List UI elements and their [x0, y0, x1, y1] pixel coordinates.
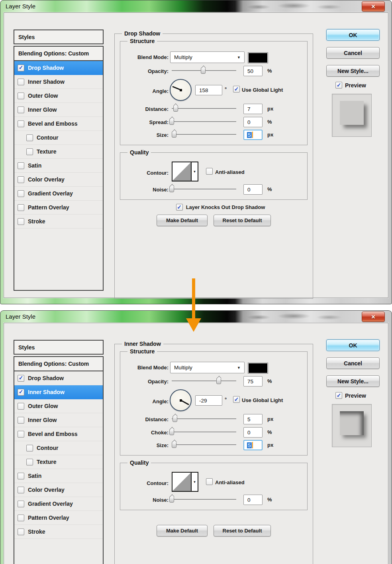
- shadow-color-swatch[interactable]: [248, 52, 268, 63]
- noise-slider[interactable]: [172, 185, 236, 193]
- sidebar-item[interactable]: ✓Contour: [14, 441, 103, 455]
- effect-checkbox[interactable]: ✓: [18, 120, 24, 127]
- effect-checkbox[interactable]: ✓: [18, 403, 24, 410]
- size-slider[interactable]: [172, 130, 236, 138]
- anti-aliased-checkbox[interactable]: ✓: [206, 168, 213, 175]
- blend-mode-dropdown[interactable]: Multiply ▼: [170, 51, 245, 63]
- sidebar-item[interactable]: ✓Contour: [14, 131, 103, 145]
- close-button[interactable]: ✕: [362, 1, 385, 12]
- noise-input[interactable]: 0: [243, 184, 263, 195]
- effect-checkbox[interactable]: ✓: [18, 417, 24, 424]
- make-default-button[interactable]: Make Default: [157, 215, 208, 226]
- sidebar-item[interactable]: ✓Satin: [14, 159, 103, 173]
- spread-slider[interactable]: [172, 118, 236, 125]
- noise-input[interactable]: 0: [243, 495, 263, 505]
- angle-input[interactable]: -29: [195, 395, 222, 406]
- sidebar-item[interactable]: ✓Bevel and Emboss: [14, 427, 103, 441]
- effect-checkbox[interactable]: ✓: [18, 79, 24, 85]
- sidebar-item[interactable]: ✓Pattern Overlay: [14, 511, 103, 525]
- angle-dial[interactable]: [170, 79, 192, 101]
- effect-checkbox[interactable]: ✓: [18, 501, 24, 507]
- opacity-slider-thumb[interactable]: [216, 378, 221, 384]
- blend-mode-dropdown[interactable]: Multiply ▼: [170, 362, 245, 373]
- distance-slider-thumb[interactable]: [172, 416, 177, 422]
- sidebar-item[interactable]: ✓Inner Shadow: [14, 75, 103, 89]
- cancel-button[interactable]: Cancel: [326, 47, 380, 59]
- new-style-button[interactable]: New Style...: [326, 375, 380, 387]
- sidebar-item-blending-options[interactable]: Blending Options: Custom: [14, 47, 103, 61]
- distance-slider[interactable]: [172, 415, 236, 422]
- effect-checkbox[interactable]: ✓: [18, 190, 24, 197]
- size-input[interactable]: 5: [243, 130, 263, 140]
- effect-checkbox[interactable]: ✓: [18, 487, 24, 493]
- opacity-slider[interactable]: [172, 67, 236, 74]
- spread-input[interactable]: 0: [243, 117, 263, 127]
- sidebar-item-styles[interactable]: Styles: [14, 30, 104, 44]
- preview-checkbox[interactable]: ✓: [335, 82, 342, 89]
- sidebar-item[interactable]: ✓Gradient Overlay: [14, 187, 103, 201]
- shadow-color-swatch[interactable]: [248, 363, 268, 374]
- contour-picker[interactable]: [172, 472, 192, 492]
- sidebar-item[interactable]: ✓Inner Glow: [14, 103, 103, 117]
- titlebar[interactable]: Layer Style ✕: [0, 0, 392, 12]
- layer-knocks-out-checkbox[interactable]: ✓: [176, 204, 183, 211]
- close-button[interactable]: ✕: [362, 312, 385, 322]
- noise-slider-thumb[interactable]: [169, 186, 174, 192]
- contour-picker[interactable]: [172, 162, 192, 181]
- sidebar-item[interactable]: ✓Inner Shadow: [14, 385, 103, 399]
- sidebar-item[interactable]: ✓Outer Glow: [14, 399, 103, 413]
- reset-to-default-button[interactable]: Reset to Default: [214, 525, 271, 536]
- effect-checkbox[interactable]: ✓: [18, 65, 24, 71]
- distance-input[interactable]: 5: [243, 414, 263, 424]
- ok-button[interactable]: OK: [326, 29, 380, 41]
- sidebar-item[interactable]: ✓Texture: [14, 455, 103, 469]
- distance-slider[interactable]: [172, 105, 236, 112]
- sidebar-item[interactable]: ✓Color Overlay: [14, 483, 103, 497]
- effect-checkbox[interactable]: ✓: [18, 389, 24, 396]
- spread-slider-thumb[interactable]: [169, 118, 174, 125]
- sidebar-item[interactable]: ✓Texture: [14, 145, 103, 159]
- effect-checkbox[interactable]: ✓: [18, 473, 24, 479]
- effect-checkbox[interactable]: ✓: [18, 529, 24, 535]
- sidebar-item[interactable]: ✓Gradient Overlay: [14, 497, 103, 511]
- angle-input[interactable]: 158: [195, 85, 222, 95]
- sidebar-item[interactable]: ✓Outer Glow: [14, 89, 103, 103]
- opacity-slider-thumb[interactable]: [201, 67, 206, 74]
- effect-checkbox[interactable]: ✓: [26, 459, 33, 465]
- opacity-input[interactable]: 50: [243, 66, 263, 76]
- effect-checkbox[interactable]: ✓: [18, 204, 24, 211]
- effect-checkbox[interactable]: ✓: [18, 431, 24, 438]
- preview-checkbox[interactable]: ✓: [335, 392, 342, 399]
- choke-slider[interactable]: [172, 428, 236, 436]
- sidebar-item[interactable]: ✓Stroke: [14, 215, 103, 229]
- make-default-button[interactable]: Make Default: [157, 525, 208, 536]
- effect-checkbox[interactable]: ✓: [18, 93, 24, 99]
- size-slider[interactable]: [172, 441, 236, 448]
- size-slider-thumb[interactable]: [172, 442, 176, 448]
- noise-slider[interactable]: [172, 495, 236, 503]
- use-global-light-checkbox[interactable]: ✓: [233, 86, 240, 93]
- sidebar-item[interactable]: ✓Inner Glow: [14, 413, 103, 427]
- sidebar-item[interactable]: ✓Stroke: [14, 525, 103, 539]
- opacity-input[interactable]: 75: [243, 376, 263, 387]
- sidebar-item[interactable]: ✓Satin: [14, 469, 103, 483]
- sidebar-item[interactable]: ✓Bevel and Emboss: [14, 117, 103, 131]
- noise-slider-thumb[interactable]: [169, 496, 174, 503]
- size-input[interactable]: 5: [243, 440, 263, 450]
- angle-dial[interactable]: [170, 389, 192, 411]
- new-style-button[interactable]: New Style...: [326, 65, 380, 77]
- effect-checkbox[interactable]: ✓: [18, 218, 24, 225]
- reset-to-default-button[interactable]: Reset to Default: [214, 215, 271, 226]
- effect-checkbox[interactable]: ✓: [26, 445, 33, 452]
- effect-checkbox[interactable]: ✓: [18, 106, 24, 113]
- opacity-slider[interactable]: [172, 377, 236, 385]
- effect-checkbox[interactable]: ✓: [18, 375, 24, 382]
- use-global-light-checkbox[interactable]: ✓: [233, 396, 240, 403]
- contour-dropdown-button[interactable]: ▼: [192, 162, 198, 181]
- effect-checkbox[interactable]: ✓: [18, 162, 24, 169]
- distance-slider-thumb[interactable]: [173, 105, 178, 112]
- cancel-button[interactable]: Cancel: [326, 357, 380, 369]
- sidebar-item[interactable]: ✓Color Overlay: [14, 173, 103, 187]
- sidebar-item[interactable]: ✓Pattern Overlay: [14, 201, 103, 215]
- contour-dropdown-button[interactable]: ▼: [192, 472, 198, 492]
